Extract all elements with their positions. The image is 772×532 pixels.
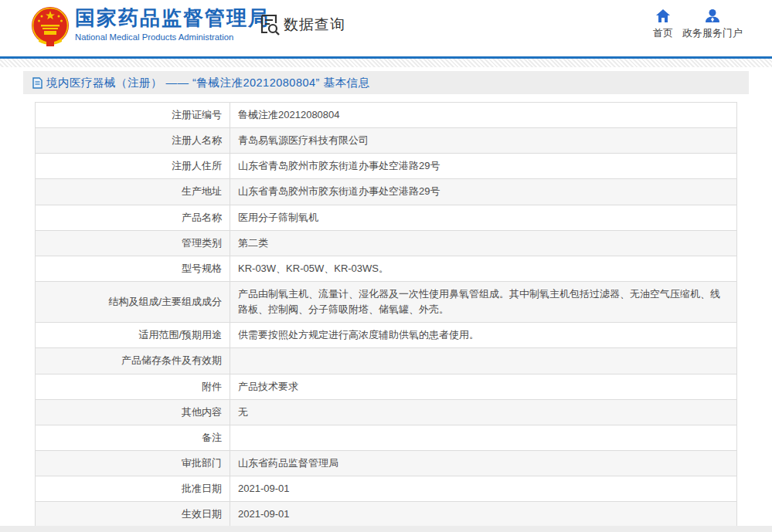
table-row: 生产地址山东省青岛胶州市胶东街道办事处空港路29号 — [36, 179, 737, 205]
field-value: 第二类 — [230, 230, 737, 256]
data-query-label: 数据查询 — [284, 15, 345, 35]
table-row: 附件产品技术要求 — [36, 374, 737, 399]
org-name-cn: 国家药品监督管理局 — [75, 7, 270, 30]
field-label: 管理类别 — [36, 230, 230, 256]
field-label: 其他内容 — [36, 399, 230, 425]
field-value: 山东省青岛胶州市胶东街道办事处空港路29号 — [230, 179, 737, 205]
field-label: 注册人名称 — [36, 128, 230, 154]
field-value: 2021-09-01 — [230, 502, 737, 527]
table-row: 型号规格KR-03W、KR-05W、KR-03WS。 — [36, 256, 737, 281]
page-title-bar: 境内医疗器械（注册） —— “鲁械注准20212080804” 基本信息 — [23, 71, 749, 94]
table-row: 适用范围/预期用途供需要按照处方规定进行高浓度辅助供氧的患者使用。 — [36, 323, 737, 348]
field-label: 备注 — [36, 425, 230, 450]
field-value: 山东省药品监督管理局 — [230, 450, 737, 476]
field-label: 适用范围/预期用途 — [36, 323, 230, 348]
table-row: 产品名称医用分子筛制氧机 — [36, 205, 737, 230]
field-label: 审批部门 — [36, 450, 230, 476]
document-search-icon — [260, 14, 280, 36]
table-row: 注册人住所山东省青岛胶州市胶东街道办事处空港路29号 — [36, 154, 737, 179]
registration-info-table: 注册证编号鲁械注准20212080804注册人名称青岛易氧源医疗科技有限公司注册… — [35, 102, 737, 532]
table-row: 产品储存条件及有效期 — [36, 348, 737, 374]
table-row: 注册证编号鲁械注准20212080804 — [36, 103, 737, 128]
field-value: 2021-09-01 — [230, 476, 737, 502]
field-label: 批准日期 — [36, 476, 230, 502]
field-label: 产品名称 — [36, 205, 230, 230]
field-value — [230, 425, 737, 450]
table-row: 备注 — [36, 425, 737, 450]
page-header: 国家药品监督管理局 National Medical Products Admi… — [0, 0, 772, 56]
field-value: 山东省青岛胶州市胶东街道办事处空港路29号 — [230, 154, 737, 179]
table-row: 注册人名称青岛易氧源医疗科技有限公司 — [36, 128, 737, 154]
home-icon — [656, 9, 670, 22]
content-panel: 境内医疗器械（注册） —— “鲁械注准20212080804” 基本信息 注册证… — [23, 71, 749, 532]
field-label: 产品储存条件及有效期 — [36, 348, 230, 374]
table-row: 批准日期2021-09-01 — [36, 476, 737, 502]
org-name-en: National Medical Products Administration — [75, 32, 270, 42]
field-value: 青岛易氧源医疗科技有限公司 — [230, 128, 737, 154]
field-value: 无 — [230, 399, 737, 425]
footer-strip — [0, 526, 772, 532]
field-label: 生效日期 — [36, 502, 230, 527]
document-icon — [32, 77, 43, 89]
field-value: 产品技术要求 — [230, 374, 737, 399]
hatch-pattern-strip — [0, 59, 772, 67]
table-row: 审批部门山东省药品监督管理局 — [36, 450, 737, 476]
nav-home[interactable]: 首页 — [653, 9, 673, 40]
table-row: 结构及组成/主要组成成分产品由制氧主机、流量计、湿化器及一次性使用鼻氧管组成。其… — [36, 281, 737, 322]
table-row: 生效日期2021-09-01 — [36, 502, 737, 527]
nav-portal-label: 政务服务门户 — [682, 26, 743, 40]
table-row: 其他内容无 — [36, 399, 737, 425]
field-label: 注册证编号 — [36, 103, 230, 128]
field-value: 医用分子筛制氧机 — [230, 205, 737, 230]
field-label: 附件 — [36, 374, 230, 399]
nav-home-label: 首页 — [653, 26, 673, 40]
org-identity: 国家药品监督管理局 National Medical Products Admi… — [75, 7, 270, 42]
field-value: 鲁械注准20212080804 — [230, 103, 737, 128]
field-value: 产品由制氧主机、流量计、湿化器及一次性使用鼻氧管组成。其中制氧主机包括过滤器、无… — [230, 281, 737, 322]
field-label: 型号规格 — [36, 256, 230, 281]
table-row: 管理类别第二类 — [36, 230, 737, 256]
page-title: 境内医疗器械（注册） —— “鲁械注准20212080804” 基本信息 — [46, 76, 369, 90]
field-label: 生产地址 — [36, 179, 230, 205]
data-query-section[interactable]: 数据查询 — [260, 14, 345, 36]
national-emblem-logo — [31, 6, 70, 48]
field-label: 注册人住所 — [36, 154, 230, 179]
user-icon — [706, 9, 719, 22]
field-value: 供需要按照处方规定进行高浓度辅助供氧的患者使用。 — [230, 323, 737, 348]
field-value — [230, 348, 737, 374]
nav-portal[interactable]: 政务服务门户 — [682, 9, 743, 40]
field-value: KR-03W、KR-05W、KR-03WS。 — [230, 256, 737, 281]
field-label: 结构及组成/主要组成成分 — [36, 281, 230, 322]
